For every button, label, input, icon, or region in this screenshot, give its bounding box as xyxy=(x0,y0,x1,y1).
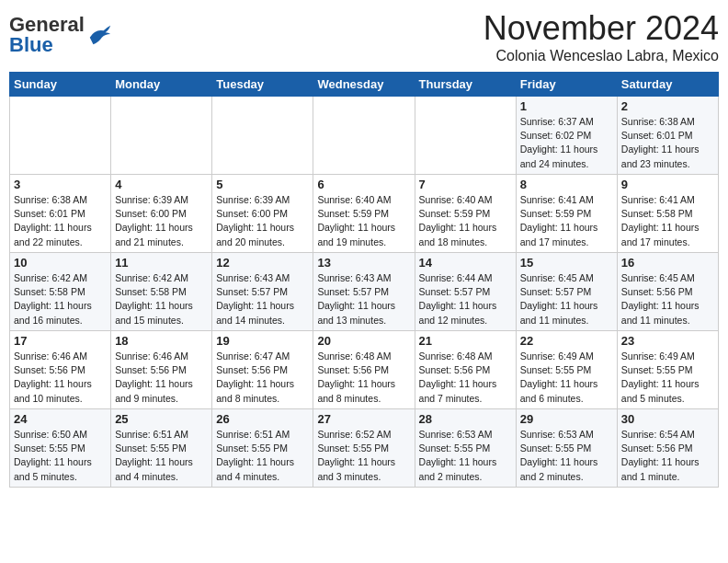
day-info: Sunrise: 6:46 AM Sunset: 5:56 PM Dayligh… xyxy=(115,350,208,406)
calendar-cell xyxy=(111,97,212,175)
day-number: 12 xyxy=(216,256,309,270)
day-number: 21 xyxy=(419,334,512,348)
day-number: 7 xyxy=(419,178,512,191)
calendar-week-5: 24Sunrise: 6:50 AM Sunset: 5:55 PM Dayli… xyxy=(10,409,719,488)
page-header: General Blue November 2024 Colonia Wence… xyxy=(9,9,719,64)
logo-bird-icon xyxy=(86,22,112,48)
day-info: Sunrise: 6:44 AM Sunset: 5:57 PM Dayligh… xyxy=(419,271,512,327)
calendar-cell: 2Sunrise: 6:38 AM Sunset: 6:01 PM Daylig… xyxy=(617,97,718,175)
calendar-cell: 23Sunrise: 6:49 AM Sunset: 5:55 PM Dayli… xyxy=(617,331,718,409)
logo: General Blue xyxy=(9,15,112,55)
day-info: Sunrise: 6:38 AM Sunset: 6:01 PM Dayligh… xyxy=(621,115,714,171)
day-info: Sunrise: 6:42 AM Sunset: 5:58 PM Dayligh… xyxy=(115,271,208,327)
day-info: Sunrise: 6:49 AM Sunset: 5:55 PM Dayligh… xyxy=(621,350,714,406)
day-number: 14 xyxy=(419,256,512,270)
day-number: 1 xyxy=(520,99,613,113)
day-number: 15 xyxy=(520,256,613,270)
location-title: Colonia Wenceslao Labra, Mexico xyxy=(483,48,719,64)
day-number: 26 xyxy=(216,412,309,426)
calendar-cell: 26Sunrise: 6:51 AM Sunset: 5:55 PM Dayli… xyxy=(212,409,313,488)
calendar-cell: 12Sunrise: 6:43 AM Sunset: 5:57 PM Dayli… xyxy=(212,253,313,331)
day-number: 8 xyxy=(520,178,613,191)
day-number: 4 xyxy=(115,178,208,191)
day-number: 3 xyxy=(14,178,107,191)
calendar-cell: 18Sunrise: 6:46 AM Sunset: 5:56 PM Dayli… xyxy=(111,331,212,409)
calendar-cell: 17Sunrise: 6:46 AM Sunset: 5:56 PM Dayli… xyxy=(10,331,111,409)
day-number: 29 xyxy=(520,412,613,426)
calendar-cell: 5Sunrise: 6:39 AM Sunset: 6:00 PM Daylig… xyxy=(212,175,313,253)
day-info: Sunrise: 6:39 AM Sunset: 6:00 PM Dayligh… xyxy=(216,193,309,249)
calendar-cell: 1Sunrise: 6:37 AM Sunset: 6:02 PM Daylig… xyxy=(516,97,617,175)
day-info: Sunrise: 6:38 AM Sunset: 6:01 PM Dayligh… xyxy=(14,193,107,249)
calendar-cell: 29Sunrise: 6:53 AM Sunset: 5:55 PM Dayli… xyxy=(516,409,617,488)
calendar-cell: 13Sunrise: 6:43 AM Sunset: 5:57 PM Dayli… xyxy=(313,253,415,331)
day-number: 28 xyxy=(419,412,512,426)
calendar-table: SundayMondayTuesdayWednesdayThursdayFrid… xyxy=(9,72,719,488)
calendar-body: 1Sunrise: 6:37 AM Sunset: 6:02 PM Daylig… xyxy=(10,97,719,488)
calendar-cell xyxy=(313,97,415,175)
calendar-cell: 10Sunrise: 6:42 AM Sunset: 5:58 PM Dayli… xyxy=(10,253,111,331)
weekday-header-thursday: Thursday xyxy=(415,73,516,97)
calendar-cell: 8Sunrise: 6:41 AM Sunset: 5:59 PM Daylig… xyxy=(516,175,617,253)
day-info: Sunrise: 6:39 AM Sunset: 6:00 PM Dayligh… xyxy=(115,193,208,249)
calendar-cell: 7Sunrise: 6:40 AM Sunset: 5:59 PM Daylig… xyxy=(415,175,516,253)
day-info: Sunrise: 6:48 AM Sunset: 5:56 PM Dayligh… xyxy=(317,350,410,406)
weekday-header-wednesday: Wednesday xyxy=(313,73,415,97)
calendar-cell: 30Sunrise: 6:54 AM Sunset: 5:56 PM Dayli… xyxy=(617,409,718,488)
day-number: 18 xyxy=(115,334,208,348)
day-info: Sunrise: 6:37 AM Sunset: 6:02 PM Dayligh… xyxy=(520,115,613,171)
weekday-header-sunday: Sunday xyxy=(10,73,111,97)
title-area: November 2024 Colonia Wenceslao Labra, M… xyxy=(483,9,719,64)
weekday-header-monday: Monday xyxy=(111,73,212,97)
calendar-cell: 9Sunrise: 6:41 AM Sunset: 5:58 PM Daylig… xyxy=(617,175,718,253)
day-number: 20 xyxy=(317,334,410,348)
day-number: 17 xyxy=(14,334,107,348)
day-number: 2 xyxy=(621,99,714,113)
day-info: Sunrise: 6:41 AM Sunset: 5:59 PM Dayligh… xyxy=(520,193,613,249)
day-info: Sunrise: 6:45 AM Sunset: 5:56 PM Dayligh… xyxy=(621,271,714,327)
day-number: 24 xyxy=(14,412,107,426)
calendar-cell: 4Sunrise: 6:39 AM Sunset: 6:00 PM Daylig… xyxy=(111,175,212,253)
day-info: Sunrise: 6:53 AM Sunset: 5:55 PM Dayligh… xyxy=(419,428,512,484)
day-number: 13 xyxy=(317,256,410,270)
day-info: Sunrise: 6:40 AM Sunset: 5:59 PM Dayligh… xyxy=(419,193,512,249)
day-info: Sunrise: 6:49 AM Sunset: 5:55 PM Dayligh… xyxy=(520,350,613,406)
calendar-cell: 14Sunrise: 6:44 AM Sunset: 5:57 PM Dayli… xyxy=(415,253,516,331)
day-info: Sunrise: 6:48 AM Sunset: 5:56 PM Dayligh… xyxy=(419,350,512,406)
weekday-header-row: SundayMondayTuesdayWednesdayThursdayFrid… xyxy=(10,73,719,97)
calendar-week-2: 3Sunrise: 6:38 AM Sunset: 6:01 PM Daylig… xyxy=(10,175,719,253)
day-info: Sunrise: 6:40 AM Sunset: 5:59 PM Dayligh… xyxy=(317,193,410,249)
calendar-cell: 22Sunrise: 6:49 AM Sunset: 5:55 PM Dayli… xyxy=(516,331,617,409)
day-info: Sunrise: 6:50 AM Sunset: 5:55 PM Dayligh… xyxy=(14,428,107,484)
weekday-header-tuesday: Tuesday xyxy=(212,73,313,97)
day-number: 30 xyxy=(621,412,714,426)
day-info: Sunrise: 6:52 AM Sunset: 5:55 PM Dayligh… xyxy=(317,428,410,484)
day-number: 25 xyxy=(115,412,208,426)
calendar-cell: 15Sunrise: 6:45 AM Sunset: 5:57 PM Dayli… xyxy=(516,253,617,331)
calendar-cell: 3Sunrise: 6:38 AM Sunset: 6:01 PM Daylig… xyxy=(10,175,111,253)
day-info: Sunrise: 6:53 AM Sunset: 5:55 PM Dayligh… xyxy=(520,428,613,484)
calendar-cell xyxy=(212,97,313,175)
calendar-cell: 20Sunrise: 6:48 AM Sunset: 5:56 PM Dayli… xyxy=(313,331,415,409)
calendar-cell: 16Sunrise: 6:45 AM Sunset: 5:56 PM Dayli… xyxy=(617,253,718,331)
day-number: 11 xyxy=(115,256,208,270)
day-info: Sunrise: 6:45 AM Sunset: 5:57 PM Dayligh… xyxy=(520,271,613,327)
logo-general: General Blue xyxy=(9,13,85,56)
day-info: Sunrise: 6:51 AM Sunset: 5:55 PM Dayligh… xyxy=(115,428,208,484)
calendar-cell xyxy=(10,97,111,175)
day-number: 10 xyxy=(14,256,107,270)
calendar-cell: 27Sunrise: 6:52 AM Sunset: 5:55 PM Dayli… xyxy=(313,409,415,488)
calendar-header: SundayMondayTuesdayWednesdayThursdayFrid… xyxy=(10,73,719,97)
day-info: Sunrise: 6:51 AM Sunset: 5:55 PM Dayligh… xyxy=(216,428,309,484)
calendar-cell: 11Sunrise: 6:42 AM Sunset: 5:58 PM Dayli… xyxy=(111,253,212,331)
month-title: November 2024 xyxy=(483,9,719,48)
day-number: 22 xyxy=(520,334,613,348)
day-info: Sunrise: 6:43 AM Sunset: 5:57 PM Dayligh… xyxy=(317,271,410,327)
calendar-cell xyxy=(415,97,516,175)
day-number: 27 xyxy=(317,412,410,426)
calendar-cell: 28Sunrise: 6:53 AM Sunset: 5:55 PM Dayli… xyxy=(415,409,516,488)
calendar-cell: 19Sunrise: 6:47 AM Sunset: 5:56 PM Dayli… xyxy=(212,331,313,409)
calendar-cell: 6Sunrise: 6:40 AM Sunset: 5:59 PM Daylig… xyxy=(313,175,415,253)
day-info: Sunrise: 6:43 AM Sunset: 5:57 PM Dayligh… xyxy=(216,271,309,327)
calendar-cell: 21Sunrise: 6:48 AM Sunset: 5:56 PM Dayli… xyxy=(415,331,516,409)
